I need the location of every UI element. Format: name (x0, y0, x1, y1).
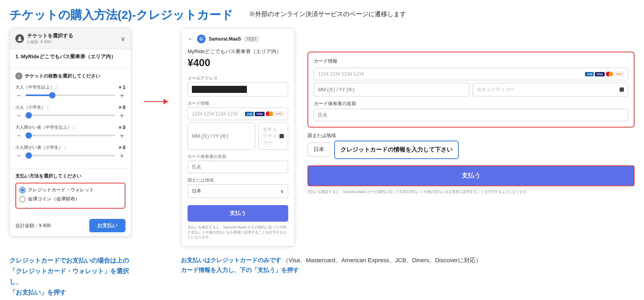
card-info-number-placeholder: 1234 1234 1234 1234 (318, 71, 585, 77)
cvv-input[interactable]: セキュリティコー ⬛ (258, 122, 288, 150)
disabled-child-value: × 0 (119, 145, 125, 150)
form-cardholder: カード保有者の名前 (188, 154, 288, 173)
adult-minus-btn[interactable]: － (15, 92, 22, 99)
disabled-child-label: 小人障がい者（小学生）： (15, 144, 67, 150)
mobile-header: チケットを選択する 2 種類: ¥ 400~ ∨ (10, 28, 131, 49)
quantity-disabled-adult-label-row: 大人障がい者（中学生以上）： × 0 (15, 124, 125, 130)
arrow-head (164, 99, 168, 104)
email-label: メールアドレス (188, 75, 288, 81)
disabled-adult-label: 大人障がい者（中学生以上）： (15, 124, 76, 130)
cardholder-label: カード保有者の名前 (188, 154, 288, 159)
disabled-adult-slider-track[interactable] (26, 135, 115, 136)
callout-text: クレジットカードの情報を入力して下さい (340, 146, 453, 153)
child-value: × 0 (119, 105, 125, 110)
card-expiry-cvv-row: セキュリティコー ⬛ (314, 83, 628, 96)
country-label: 国または地域 (188, 177, 288, 183)
disabled-child-slider-track[interactable] (26, 155, 115, 156)
radio-coin-icon[interactable] (19, 196, 26, 202)
bottom-spacer (144, 255, 168, 298)
adult-value: × 1 (119, 85, 125, 90)
jcb-icon-right: JCB (585, 72, 594, 76)
bottom-left-line3: 「お支払い」を押す (9, 287, 131, 298)
adult-plus-btn[interactable]: ＋ (118, 92, 125, 99)
form-pay-button[interactable]: 支払う (188, 205, 288, 222)
mobile-header-info: チケットを選択する 2 種類: ¥ 400~ (27, 32, 73, 45)
child-slider-track[interactable] (26, 115, 115, 116)
card-info-panel: カード情報 1234 1234 1234 1234 JCB VISA DISC (307, 28, 635, 194)
payment-form-panel: ← G Samurai.MaaS TEST MyRideどこでもバス乗車券（エリ… (181, 28, 295, 246)
quantity-header-title: チケットの枚数を選択してください (25, 73, 100, 80)
payment-coin-label: 会津コイン（会津財布） (28, 196, 80, 202)
arrow-right-icon (144, 99, 168, 104)
card-name-input[interactable] (314, 109, 628, 121)
payment-section: 支払い方法を選択してください クレジットカード・ウォレット 会津コイン（会津財布… (10, 169, 131, 216)
card-cvv-icon: ⬛ (619, 87, 624, 92)
quantity-header: × チケットの枚数を選択してください (15, 72, 125, 80)
mobile-header-left: チケットを選択する 2 種類: ¥ 400~ (15, 32, 73, 45)
adult-slider-track[interactable] (26, 94, 115, 96)
radio-credit-icon[interactable] (19, 187, 26, 193)
arrow-line (144, 101, 164, 102)
cvv-icon: ⬛ (279, 134, 284, 138)
country-value: 日本 (192, 188, 201, 194)
form-country: 国または地域 日本 ∨ (188, 177, 288, 198)
ticket-section-title: 1. MyRideどこでもバス乗車券（エリア内） (15, 53, 125, 60)
name-input[interactable] (188, 161, 288, 173)
country-select[interactable]: 日本 ∨ (188, 184, 288, 198)
card-info-number-row[interactable]: 1234 1234 1234 1234 JCB VISA DISC (314, 68, 628, 80)
card-cvv-input[interactable]: セキュリティコー ⬛ (473, 83, 628, 96)
card-icons: JCB VISA DISC (245, 111, 284, 116)
visa-icon: VISA (255, 112, 264, 116)
card-number-placeholder: 1234 1234 1234 1234 (192, 111, 245, 117)
card-cvv-placeholder: セキュリティコー (477, 86, 515, 93)
child-slider-row: － ＋ (15, 112, 125, 119)
mastercard-icon (266, 111, 273, 116)
bottom-text-row: クレジットカードでお支払いの場合は上の 「クレジットカード・ウォレット」を選択し… (9, 255, 635, 298)
card-country-section: 国または地域 日本 クレジットカードの情報を入力して下さい (307, 132, 635, 159)
quantity-row-adult: 大人（中学生以上）： × 1 － ＋ (15, 84, 125, 99)
radio-credit-inner (21, 189, 24, 192)
disabled-adult-plus-btn[interactable]: ＋ (118, 132, 125, 139)
mobile-pay-button[interactable]: お支払い (89, 219, 125, 232)
email-redacted (192, 86, 247, 93)
main-content: チケットを選択する 2 種類: ¥ 400~ ∨ 1. MyRideどこでもバス… (9, 28, 635, 246)
bottom-left-line1: クレジットカードでお支払いの場合は上の (9, 255, 131, 266)
jcb-icon: JCB (245, 112, 254, 116)
card-pay-button[interactable]: 支払う (307, 165, 635, 186)
card-number-row[interactable]: 1234 1234 1234 1234 JCB VISA DISC (188, 107, 288, 120)
mobile-panel: チケットを選択する 2 種類: ¥ 400~ ∨ 1. MyRideどこでもバス… (9, 28, 131, 237)
back-arrow-icon[interactable]: ← (188, 35, 194, 43)
bottom-right-normal: （Visa、Mastercard、American Express、JCB、Di… (283, 257, 482, 263)
test-badge: TEST (244, 36, 259, 42)
disabled-adult-value: × 0 (119, 125, 125, 130)
close-icon[interactable]: × (15, 72, 22, 80)
card-country-label: 国または地域 (307, 132, 635, 139)
form-logo: G (197, 35, 206, 43)
expiry-cvv-row: セキュリティコー ⬛ (188, 122, 288, 150)
mobile-header-sub: 2 種類: ¥ 400~ (27, 39, 73, 45)
payment-options-box: クレジットカード・ウォレット 会津コイン（会津財布） (15, 183, 125, 209)
card-name-label: カード保有者の名前 (314, 100, 628, 107)
disabled-child-plus-btn[interactable]: ＋ (118, 152, 125, 159)
card-expiry-input[interactable] (314, 83, 469, 96)
quantity-section: × チケットの枚数を選択してください 大人（中学生以上）： × 1 － (10, 69, 131, 169)
disabled-child-minus-btn[interactable]: － (15, 152, 22, 159)
payment-option-coin[interactable]: 会津コイン（会津財布） (19, 196, 121, 202)
payment-option-credit[interactable]: クレジットカード・ウォレット (19, 187, 121, 193)
chevron-down-icon[interactable]: ∨ (121, 35, 125, 43)
card-info-label: カード情報 (314, 58, 628, 65)
card-icons-right: JCB VISA DISC (585, 72, 624, 76)
discover-icon: DISC (274, 111, 284, 116)
payment-credit-label: クレジットカード・ウォレット (28, 187, 94, 193)
child-plus-btn[interactable]: ＋ (118, 112, 125, 119)
disabled-adult-minus-btn[interactable]: － (15, 132, 22, 139)
ticket-section: 1. MyRideどこでもバス乗車券（エリア内） (10, 49, 131, 69)
child-minus-btn[interactable]: － (15, 112, 22, 119)
svg-point-0 (18, 37, 21, 39)
expiry-input[interactable] (188, 122, 255, 150)
bottom-right-bold: お支払いはクレジットカードのみです (181, 257, 281, 263)
adult-label: 大人（中学生以上）： (15, 84, 59, 90)
mobile-footer: 合計金額：¥ 400 お支払い (10, 216, 131, 236)
svg-point-1 (18, 39, 22, 41)
adult-slider-row: － ＋ (15, 92, 125, 99)
